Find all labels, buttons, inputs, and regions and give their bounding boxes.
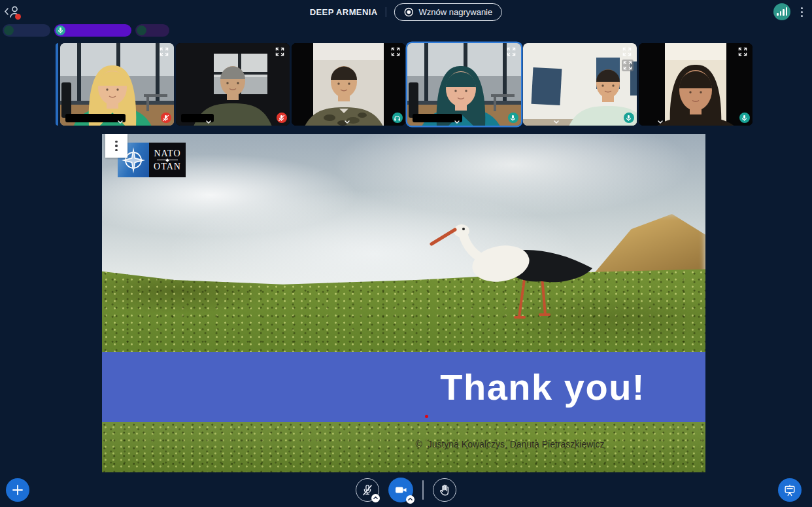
meeting-title: DEEP ARMENIA xyxy=(310,7,378,17)
presentation-board-icon xyxy=(783,483,797,497)
top-bar: DEEP ARMENIA Wznów nagrywanie xyxy=(0,0,812,24)
expand-tile-icon[interactable] xyxy=(506,46,518,58)
speaker-pill-inactive xyxy=(3,24,50,37)
mic-on-badge xyxy=(508,113,518,123)
signal-bar xyxy=(783,9,785,16)
connection-quality-indicator[interactable] xyxy=(773,3,790,20)
participant-video xyxy=(292,43,405,126)
speaker-dot xyxy=(4,26,14,35)
shared-presentation: Thank you! © Justyna Kowalczys, Danuta P… xyxy=(102,134,705,472)
chevron-down-icon[interactable] xyxy=(553,116,560,122)
participant-3-tile[interactable] xyxy=(292,43,405,126)
mic-device-menu-chevron[interactable] xyxy=(371,494,380,502)
mic-on-badge xyxy=(739,113,750,123)
plus-icon xyxy=(12,484,24,496)
expand-tile-icon[interactable] xyxy=(159,46,171,58)
nato-wordmark: NATO OTAN xyxy=(149,143,186,177)
speaking-mic-icon xyxy=(56,26,65,35)
active-speaker-pills xyxy=(3,24,169,37)
participants-panel-toggle[interactable] xyxy=(4,3,26,22)
controls-divider xyxy=(422,480,424,500)
participant-2-tile[interactable] xyxy=(176,43,290,126)
share-presentation-button[interactable] xyxy=(778,478,802,502)
chevron-down-icon[interactable] xyxy=(657,116,664,122)
speaker-pill-speaking xyxy=(54,24,131,37)
raised-hand-icon xyxy=(437,483,452,497)
signal-bar xyxy=(780,11,782,16)
chevron-down-icon[interactable] xyxy=(205,116,212,122)
participant-video xyxy=(639,43,753,126)
participant-5-tile[interactable] xyxy=(523,43,637,126)
nato-separator xyxy=(157,160,178,160)
mic-muted-badge xyxy=(277,113,287,123)
slide-options-button[interactable] xyxy=(105,134,127,158)
headset-badge xyxy=(392,113,403,123)
signal-bar xyxy=(786,7,788,16)
participant-1-tile[interactable] xyxy=(60,43,174,126)
nato-logo: NATO OTAN xyxy=(118,143,186,177)
microphone-button[interactable] xyxy=(356,478,379,502)
meeting-app: DEEP ARMENIA Wznów nagrywanie xyxy=(0,0,812,507)
speaker-pill-inactive xyxy=(135,24,169,37)
raise-hand-button[interactable] xyxy=(433,478,456,502)
more-options-button[interactable] xyxy=(797,4,807,20)
expand-tile-icon[interactable] xyxy=(390,46,402,58)
expand-tile-icon[interactable] xyxy=(622,46,634,58)
participant-filmstrip xyxy=(0,43,812,126)
expand-tile-icon[interactable] xyxy=(737,46,749,58)
speaker-dot xyxy=(137,26,146,35)
otan-text: OTAN xyxy=(154,162,181,171)
camera-icon xyxy=(393,482,409,498)
participant-4-tile[interactable] xyxy=(407,43,521,126)
laser-pointer-dot xyxy=(425,415,428,418)
expand-tile-icon[interactable] xyxy=(275,46,286,58)
record-icon xyxy=(404,7,414,17)
resume-recording-label: Wznów nagrywanie xyxy=(419,7,493,17)
notification-dot xyxy=(15,14,21,20)
chevron-down-icon[interactable] xyxy=(454,116,460,122)
participant-6-tile[interactable] xyxy=(639,43,753,126)
title-divider xyxy=(386,7,386,17)
popout-tile-icon[interactable] xyxy=(622,60,634,71)
chevron-down-icon[interactable] xyxy=(117,116,124,122)
bottom-bar xyxy=(0,472,812,507)
chevron-down-icon[interactable] xyxy=(344,116,350,122)
slide-footer-photo: © Justyna Kowalczys, Danuta Pietraszkiew… xyxy=(102,422,705,472)
stork-photo xyxy=(428,206,598,327)
resume-recording-button[interactable]: Wznów nagrywanie xyxy=(394,3,503,21)
slide-title: Thank you! xyxy=(440,366,645,408)
kebab-icon xyxy=(115,141,118,152)
camera-button[interactable] xyxy=(388,478,413,502)
mic-muted-badge xyxy=(161,113,171,123)
add-button[interactable] xyxy=(6,478,29,502)
slide-credit: © Justyna Kowalczys, Danuta Pietraszkiew… xyxy=(416,439,605,449)
camera-device-menu-chevron[interactable] xyxy=(406,495,414,504)
participant-video xyxy=(523,43,637,126)
slide-title-band: Thank you! xyxy=(102,352,705,422)
nato-text: NATO xyxy=(154,149,180,158)
call-controls xyxy=(356,478,456,502)
signal-bar xyxy=(777,13,779,16)
mic-on-badge xyxy=(624,113,634,123)
